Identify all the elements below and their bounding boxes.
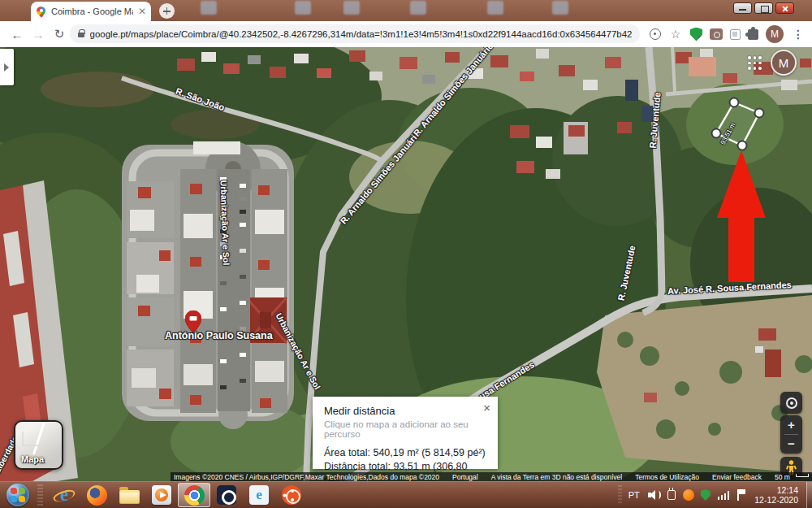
- desktop-icon-smudge: [201, 1, 217, 15]
- security-shield-icon[interactable]: [701, 489, 710, 501]
- windows-taskbar: e e PT 12:14 12-12-2020: [0, 481, 812, 508]
- zoom-in-button[interactable]: +: [788, 417, 795, 433]
- my-location-button[interactable]: [780, 392, 802, 414]
- ie-box-icon: e: [249, 485, 269, 505]
- clock-date: 12-12-2020: [754, 495, 798, 505]
- chrome-icon: [184, 485, 205, 506]
- send-to-device-icon[interactable]: [650, 28, 661, 40]
- popup-close-icon[interactable]: ×: [483, 402, 490, 414]
- browser-toolbar: ← → ↻ google.pt/maps/place/Coimbra/@40.2…: [0, 21, 812, 47]
- tab-close-icon[interactable]: ✕: [138, 7, 146, 16]
- feedback-link[interactable]: Enviar feedback: [712, 473, 762, 481]
- map-attribution-bar: Imagens ©2020 CNES / Airbus,IGP/DGRF,Max…: [171, 472, 812, 481]
- start-button[interactable]: [6, 484, 29, 506]
- popup-title: Medir distância: [324, 405, 486, 417]
- map-mode-toggle[interactable]: Mapa: [14, 420, 63, 470]
- place-pin-icon[interactable]: [185, 310, 201, 333]
- media-player-icon: [152, 485, 171, 505]
- antivirus-tray-icon[interactable]: [683, 489, 694, 501]
- address-bar[interactable]: google.pt/maps/place/Coimbra/@40.2342502…: [70, 24, 640, 43]
- window-maximize-button[interactable]: [754, 2, 773, 14]
- earth-3d-notice: A vista da Terra em 3D não está disponív…: [491, 473, 622, 481]
- action-center-flag-icon[interactable]: [736, 489, 746, 501]
- extension-window-icon[interactable]: [730, 29, 741, 40]
- taskbar-chrome-active[interactable]: [178, 483, 210, 507]
- forward-icon[interactable]: →: [28, 28, 49, 41]
- terms-link[interactable]: Termos de Utilização: [635, 473, 699, 481]
- orange-gear-icon: [282, 485, 301, 505]
- system-tray: PT 12:14 12-12-2020: [618, 482, 812, 508]
- browser-tab[interactable]: Coimbra - Google Maps ✕: [31, 2, 151, 21]
- language-indicator[interactable]: PT: [628, 490, 640, 500]
- browser-profile-avatar[interactable]: M: [766, 25, 784, 43]
- ring-app-icon: [217, 485, 236, 505]
- desktop-icon-smudge: [343, 1, 360, 15]
- zoom-out-button[interactable]: −: [788, 436, 795, 452]
- network-signal-icon[interactable]: [718, 491, 730, 500]
- clock-time: 12:14: [754, 485, 798, 495]
- desktop-icon-smudge: [295, 1, 311, 15]
- taskbar-clock[interactable]: 12:14 12-12-2020: [754, 485, 798, 505]
- volume-icon[interactable]: [648, 489, 661, 501]
- taskbar-media-player[interactable]: [145, 483, 178, 507]
- scale-label: 50 m: [775, 473, 790, 481]
- adblock-badge: 0: [698, 36, 706, 43]
- scale-bar: [796, 474, 809, 477]
- show-desktop-button[interactable]: [806, 482, 812, 508]
- padlock-icon: [78, 33, 84, 37]
- desktop-icon-smudge: [487, 1, 503, 15]
- taskbar-firefox[interactable]: [80, 483, 113, 507]
- taskbar-file-explorer[interactable]: [113, 483, 145, 507]
- tab-title: Coimbra - Google Maps: [51, 7, 133, 16]
- desktop-icon-smudge: [410, 1, 426, 15]
- firefox-icon: [87, 485, 107, 506]
- url-text[interactable]: google.pt/maps/place/Coimbra/@40.2342502…: [90, 29, 633, 39]
- area-total: Área total: 540,19 m² (5 814,59 pé²): [324, 446, 486, 460]
- google-apps-grid-icon[interactable]: [748, 56, 762, 70]
- reload-icon[interactable]: ↻: [49, 27, 70, 41]
- window-titlebar: Coimbra - Google Maps ✕: [0, 0, 812, 21]
- quick-launch-separator: [37, 484, 43, 506]
- imagery-credits: Imagens ©2020 CNES / Airbus,IGP/DGRF,Max…: [174, 473, 439, 481]
- adblock-shield-icon[interactable]: 0: [690, 28, 702, 41]
- google-account-avatar[interactable]: M: [771, 50, 797, 76]
- popup-subtitle: Clique no mapa a adicionar ao seu percur…: [324, 419, 486, 439]
- map-mode-label: Mapa: [21, 454, 44, 464]
- browser-menu-icon[interactable]: ⋮: [791, 28, 806, 41]
- desktop: Coimbra - Google Maps ✕ ← → ↻ google.pt/…: [0, 0, 812, 508]
- tray-separator: [618, 485, 622, 505]
- camera-extension-icon[interactable]: [710, 28, 723, 40]
- extensions-puzzle-icon[interactable]: [748, 29, 758, 40]
- back-icon[interactable]: ←: [6, 28, 28, 41]
- window-minimize-button[interactable]: [733, 2, 752, 14]
- bookmark-star-icon[interactable]: ☆: [668, 28, 683, 41]
- taskbar-ubuntu-app[interactable]: [275, 483, 308, 507]
- zoom-controls: + −: [780, 415, 802, 454]
- window-close-button[interactable]: [775, 2, 794, 14]
- new-tab-button[interactable]: [159, 3, 175, 19]
- taskbar-opera[interactable]: [210, 483, 243, 507]
- desktop-icon-smudge: [552, 1, 568, 15]
- power-plug-icon[interactable]: [667, 490, 676, 500]
- side-panel-expand-button[interactable]: [0, 49, 14, 85]
- folder-icon: [119, 490, 140, 504]
- taskbar-ie-shortcut[interactable]: e: [243, 483, 275, 507]
- measure-distance-popup: Medir distância Clique no mapa a adicion…: [313, 397, 498, 469]
- google-maps-favicon-icon: [36, 7, 46, 17]
- map-canvas[interactable]: R. São João R. Arnaldo Simões Januário R…: [0, 47, 812, 481]
- country-label: Portugal: [452, 473, 478, 481]
- taskbar-internet-explorer[interactable]: e: [48, 483, 80, 507]
